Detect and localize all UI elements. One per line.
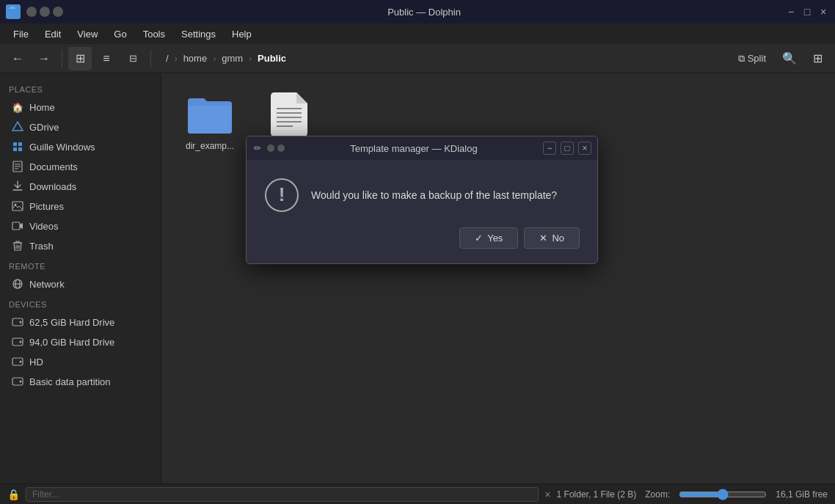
kdialog-message: Would you like to make a backup of the l…: [311, 189, 580, 201]
kdialog-close-btn[interactable]: ×: [578, 142, 591, 155]
kdialog-circle-1: [267, 145, 274, 152]
yes-label: Yes: [487, 233, 503, 244]
kdialog-minimize-btn[interactable]: −: [543, 142, 556, 155]
kdialog-body: ! Would you like to make a backup of the…: [247, 160, 597, 227]
svg-text:!: !: [279, 183, 285, 205]
dialog-overlay: ✏ Template manager — KDialog − □ × ! Wou…: [0, 0, 835, 504]
kdialog-circles: [267, 145, 285, 152]
kdialog-title: Template manager — KDialog: [289, 143, 539, 154]
warning-icon: !: [264, 178, 299, 213]
kdialog-buttons: ✓ Yes ✕ No: [247, 227, 597, 263]
check-icon: ✓: [475, 233, 483, 244]
kdialog-yes-button[interactable]: ✓ Yes: [459, 227, 518, 249]
kdialog-circle-2: [277, 145, 285, 152]
kdialog-pen-button[interactable]: ✏: [252, 143, 263, 153]
kdialog-titlebar: ✏ Template manager — KDialog − □ ×: [247, 136, 597, 160]
kdialog-window-controls: − □ ×: [543, 142, 591, 155]
no-label: No: [552, 233, 564, 244]
kdialog-maximize-btn[interactable]: □: [561, 142, 574, 155]
kdialog: ✏ Template manager — KDialog − □ × ! Wou…: [246, 136, 598, 264]
kdialog-no-button[interactable]: ✕ No: [524, 227, 580, 249]
x-icon: ✕: [539, 233, 547, 244]
